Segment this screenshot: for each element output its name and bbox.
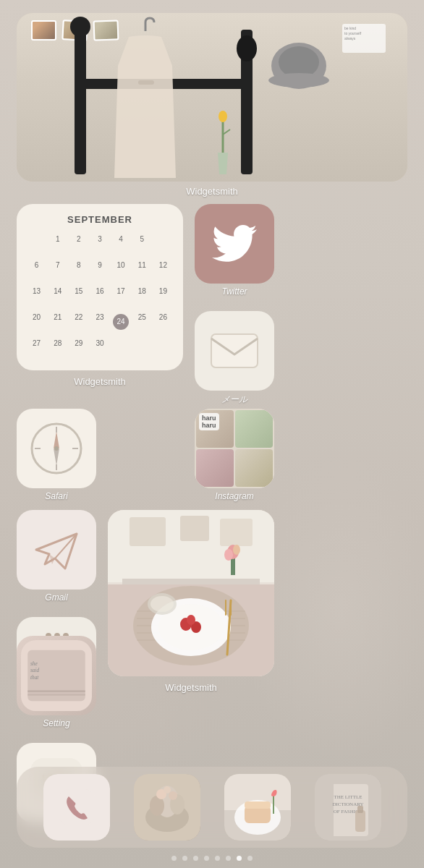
dock-phone[interactable] bbox=[43, 774, 110, 841]
dock-photo-2[interactable] bbox=[224, 774, 291, 841]
svg-point-53 bbox=[150, 596, 174, 612]
svg-point-36 bbox=[233, 545, 240, 555]
cal-day: 25 bbox=[132, 310, 152, 326]
svg-rect-6 bbox=[138, 80, 154, 85]
cal-day: 17 bbox=[111, 283, 131, 299]
dot-5[interactable] bbox=[215, 856, 220, 861]
mail-label: メール bbox=[221, 393, 247, 406]
insta-photo-3 bbox=[196, 449, 234, 487]
cal-day: 27 bbox=[27, 336, 46, 352]
setting-label: Setting bbox=[43, 718, 69, 728]
instagram-label: Instagram bbox=[215, 491, 253, 501]
svg-text:THE LITTLE: THE LITTLE bbox=[334, 794, 362, 800]
cal-day: 5 bbox=[132, 231, 152, 247]
svg-rect-63 bbox=[59, 789, 95, 825]
haru-text: haruharu bbox=[199, 413, 219, 430]
cal-day: 20 bbox=[27, 310, 46, 326]
calendar-widget[interactable]: SEPTEMBER 1 2 3 4 5 6 7 bbox=[17, 204, 183, 370]
cal-day: 6 bbox=[27, 257, 46, 273]
safari-label: Safari bbox=[45, 491, 67, 501]
twitter-icon[interactable] bbox=[195, 204, 274, 284]
cal-day: 7 bbox=[48, 257, 67, 273]
dot-3[interactable] bbox=[193, 856, 198, 861]
svg-rect-60 bbox=[27, 694, 85, 696]
calendar-col: SEPTEMBER 1 2 3 4 5 6 7 bbox=[17, 204, 183, 394]
cal-day: 28 bbox=[48, 336, 67, 352]
svg-text:she: she bbox=[30, 660, 38, 667]
safari-icon[interactable] bbox=[17, 409, 96, 488]
gmail-icon[interactable] bbox=[17, 510, 96, 590]
dot-4[interactable] bbox=[204, 856, 209, 861]
twitter-mail-col: Twitter メール bbox=[195, 204, 274, 406]
twitter-label: Twitter bbox=[221, 286, 247, 297]
setting-icon[interactable]: she said that bbox=[17, 636, 96, 715]
dot-6[interactable] bbox=[226, 856, 231, 861]
cal-day: 13 bbox=[27, 283, 46, 299]
instagram-icon[interactable]: haruharu bbox=[195, 409, 274, 488]
svg-rect-29 bbox=[122, 579, 260, 584]
cal-day: 12 bbox=[153, 257, 173, 273]
svg-rect-13 bbox=[211, 334, 258, 367]
cal-day: 1 bbox=[48, 231, 67, 247]
cal-empty bbox=[132, 336, 152, 352]
safari-item: Safari bbox=[17, 409, 96, 501]
cal-day: 21 bbox=[48, 310, 67, 326]
svg-rect-30 bbox=[130, 517, 166, 546]
cal-day: 30 bbox=[90, 336, 109, 352]
cal-day: 19 bbox=[153, 283, 173, 299]
dock-photo-3[interactable]: THE LITTLE DICTIONARY OF FASHION bbox=[315, 774, 381, 841]
cal-day: 8 bbox=[69, 257, 88, 273]
svg-point-9 bbox=[268, 73, 329, 88]
cal-today: 24 bbox=[113, 314, 129, 330]
svg-rect-59 bbox=[27, 690, 85, 692]
svg-rect-32 bbox=[220, 519, 253, 546]
svg-point-71 bbox=[164, 786, 171, 793]
insta-photo-2 bbox=[235, 410, 273, 448]
calendar-widget-item: SEPTEMBER 1 2 3 4 5 6 7 bbox=[17, 204, 183, 394]
top-widget[interactable]: be kindto yourselfalways bbox=[17, 13, 407, 182]
svg-point-70 bbox=[169, 791, 177, 800]
setting-item: she said that Setting bbox=[17, 636, 96, 728]
dot-2[interactable] bbox=[182, 856, 187, 861]
svg-point-15 bbox=[54, 446, 59, 451]
calendar-grid: 1 2 3 4 5 6 7 8 9 10 11 bbox=[27, 231, 173, 360]
cal-day: 2 bbox=[69, 231, 88, 247]
dot-8[interactable] bbox=[247, 856, 253, 861]
svg-text:that: that bbox=[30, 674, 39, 681]
dot-7[interactable] bbox=[237, 856, 242, 861]
row2-left: Safari bbox=[17, 409, 183, 501]
cal-day: 16 bbox=[90, 283, 109, 299]
insta-photo-4 bbox=[235, 449, 273, 487]
cal-day: 26 bbox=[153, 310, 173, 326]
svg-rect-84 bbox=[355, 810, 365, 832]
svg-point-35 bbox=[224, 549, 233, 561]
svg-rect-85 bbox=[357, 806, 363, 813]
cal-empty bbox=[111, 336, 131, 352]
twitter-item: Twitter bbox=[195, 204, 274, 297]
svg-rect-0 bbox=[75, 30, 86, 174]
cal-empty bbox=[27, 231, 46, 247]
svg-rect-76 bbox=[245, 801, 271, 809]
svg-rect-31 bbox=[180, 516, 209, 541]
svg-point-3 bbox=[237, 35, 257, 61]
cal-day: 22 bbox=[69, 310, 88, 326]
calendar-month: SEPTEMBER bbox=[27, 214, 173, 225]
dock: THE LITTLE DICTIONARY OF FASHION bbox=[17, 767, 407, 848]
gmail-item: Gmail bbox=[17, 510, 96, 603]
top-widget-label: Widgetsmith bbox=[186, 186, 238, 197]
page-dots bbox=[171, 856, 253, 861]
row-2: Safari haruharu Instagram bbox=[17, 409, 274, 501]
dock-photo-1[interactable] bbox=[134, 774, 200, 841]
row-1: SEPTEMBER 1 2 3 4 5 6 7 bbox=[17, 204, 274, 406]
cal-day: 10 bbox=[111, 257, 131, 273]
cal-day: 11 bbox=[132, 257, 152, 273]
large-widget-item: Widgetsmith bbox=[108, 510, 274, 700]
dot-1[interactable] bbox=[171, 856, 177, 861]
svg-text:said: said bbox=[30, 667, 40, 673]
large-widget[interactable] bbox=[108, 510, 274, 676]
mail-icon[interactable] bbox=[195, 311, 274, 391]
cal-day: 18 bbox=[132, 283, 152, 299]
svg-point-1 bbox=[70, 17, 90, 37]
cal-day: 9 bbox=[90, 257, 109, 273]
calendar-widget-label: Widgetsmith bbox=[74, 376, 126, 387]
